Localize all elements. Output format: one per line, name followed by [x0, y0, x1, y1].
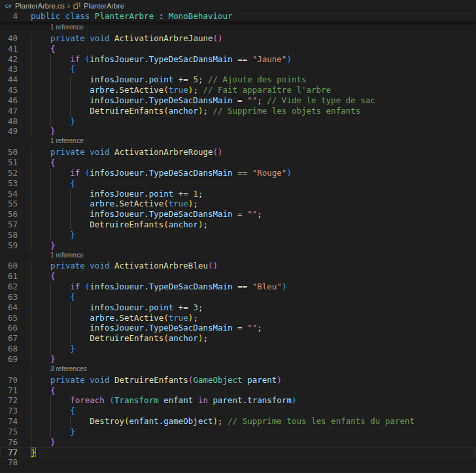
code-line[interactable]: arbre.SetActive(true);	[31, 199, 476, 209]
codelens-reference-link[interactable]: 1 reference	[31, 23, 476, 33]
code-line[interactable]: {	[31, 385, 476, 396]
code-line[interactable]: {	[31, 157, 476, 168]
line-number[interactable]: 77	[0, 448, 18, 458]
line-number[interactable]: 53	[0, 178, 18, 189]
code-line[interactable]: arbre.SetActive(true);	[31, 313, 476, 323]
indent-guide	[50, 220, 51, 230]
code-token: ;	[203, 106, 212, 116]
code-line[interactable]: if (infosJoueur.TypeDeSacDansMain == "Ja…	[31, 54, 476, 65]
code-token: private	[50, 33, 85, 43]
line-number[interactable]: 48	[0, 116, 18, 127]
code-line[interactable]: foreach (Transform enfant in parent.tran…	[31, 395, 476, 406]
line-number[interactable]: 60	[0, 261, 18, 271]
line-number[interactable]: 66	[0, 323, 18, 333]
code-line[interactable]: }	[31, 230, 476, 240]
breadcrumb-file[interactable]: C# PlanterArbre.cs	[4, 1, 65, 10]
line-number[interactable]: 65	[0, 313, 18, 323]
line-number[interactable]: 47	[0, 106, 18, 116]
codelens-row: 1 reference	[0, 251, 476, 261]
code-line[interactable]: }	[31, 240, 476, 251]
line-number[interactable]: 74	[0, 416, 18, 427]
code-line[interactable]: private void ActivationArbreRouge()	[31, 147, 476, 157]
code-line[interactable]: {	[31, 292, 476, 302]
line-number[interactable]: 45	[0, 85, 18, 95]
line-number[interactable]: 58	[0, 230, 18, 240]
line-number[interactable]: 72	[0, 395, 18, 406]
line-number[interactable]: 59	[0, 240, 18, 251]
code-line[interactable]: }	[31, 116, 476, 127]
code-line[interactable]: infosJoueur.TypeDeSacDansMain = ""; // V…	[31, 95, 476, 106]
code-line[interactable]: if (infosJoueur.TypeDeSacDansMain == "Ro…	[31, 168, 476, 178]
sticky-scroll-line[interactable]: 4 public class PlanterArbre : MonoBehavi…	[0, 11, 476, 22]
line-number[interactable]: 55	[0, 199, 18, 209]
line-number[interactable]: 71	[0, 385, 18, 396]
editor-lines: 1 reference40 private void ActivationArb…	[0, 23, 476, 468]
code-token: SetActive	[119, 313, 163, 323]
code-line[interactable]: }	[31, 427, 476, 437]
code-token: if	[70, 168, 80, 178]
code-line[interactable]: {	[31, 44, 476, 54]
line-number[interactable]: 76	[0, 437, 18, 448]
code-line[interactable]: Destroy(enfant.gameObject); // Supprime …	[31, 416, 476, 427]
line-number[interactable]: 78	[0, 457, 18, 468]
line-number[interactable]: 42	[0, 54, 18, 65]
line-number[interactable]: 70	[0, 375, 18, 385]
line-number[interactable]: 54	[0, 189, 18, 199]
breadcrumb-symbol[interactable]: PlanterArbre	[73, 1, 124, 10]
code-line[interactable]: }	[31, 437, 476, 448]
code-line[interactable]: {	[31, 406, 476, 416]
code-line[interactable]: infosJoueur.TypeDeSacDansMain = "";	[31, 323, 476, 333]
line-number[interactable]: 63	[0, 292, 18, 302]
code-line[interactable]: }	[31, 344, 476, 354]
code-line[interactable]: }	[31, 354, 476, 365]
line-number	[0, 137, 18, 147]
line-number[interactable]: 68	[0, 344, 18, 354]
code-line[interactable]: {	[31, 178, 476, 189]
line-number[interactable]: 49	[0, 126, 18, 137]
indent-guide	[50, 85, 51, 95]
line-number[interactable]: 46	[0, 95, 18, 106]
code-token: enfant	[163, 395, 193, 405]
line-number[interactable]: 62	[0, 282, 18, 292]
line-number[interactable]: 64	[0, 302, 18, 313]
code-line[interactable]: infosJoueur.point += 3;	[31, 302, 476, 313]
code-line[interactable]: {	[31, 271, 476, 282]
code-line[interactable]: DetruireEnfants(anchor);	[31, 333, 476, 344]
line-number[interactable]: 56	[0, 209, 18, 220]
code-line[interactable]: DetruireEnfants(anchor);	[31, 220, 476, 230]
code-line[interactable]	[31, 457, 476, 468]
code-line[interactable]: }	[31, 126, 476, 137]
code-line[interactable]: if (infosJoueur.TypeDeSacDansMain == "Bl…	[31, 282, 476, 292]
line-number[interactable]: 52	[0, 168, 18, 178]
code-token: }	[31, 448, 36, 457]
code-line[interactable]: arbre.SetActive(true); // Fait apparaîtr…	[31, 85, 476, 95]
line-number[interactable]: 51	[0, 157, 18, 168]
code-line[interactable]: private void ActivationArbreJaune()	[31, 33, 476, 44]
line-number[interactable]: 44	[0, 74, 18, 85]
code-line[interactable]: DetruireEnfants(anchor); // Supprime les…	[31, 106, 476, 116]
line-number[interactable]: 41	[0, 44, 18, 54]
codelens-reference-link[interactable]: 1 reference	[31, 137, 476, 147]
code-line[interactable]: infosJoueur.point += 1;	[31, 189, 476, 199]
line-number[interactable]: 40	[0, 33, 18, 44]
line-number[interactable]: 75	[0, 427, 18, 437]
code-line[interactable]: private void DetruireEnfants(GameObject …	[31, 375, 476, 385]
code-token: =	[233, 323, 248, 333]
line-number	[0, 23, 18, 33]
line-number[interactable]: 57	[0, 220, 18, 230]
code-line[interactable]: private void ActivationArbreBleu()	[31, 261, 476, 271]
line-number[interactable]: 69	[0, 354, 18, 365]
code-line[interactable]: {	[31, 64, 476, 74]
code-line[interactable]: infosJoueur.TypeDeSacDansMain = "";	[31, 209, 476, 220]
codelens-reference-link[interactable]: 1 reference	[31, 251, 476, 261]
line-number[interactable]: 73	[0, 406, 18, 416]
line-number[interactable]: 43	[0, 64, 18, 74]
codelens-reference-link[interactable]: 3 references	[31, 365, 476, 375]
sticky-code-line[interactable]: public class PlanterArbre : MonoBehaviou…	[31, 11, 476, 22]
line-number[interactable]: 50	[0, 147, 18, 157]
line-number[interactable]: 61	[0, 271, 18, 282]
indent-guide	[70, 106, 71, 116]
code-line[interactable]: infosJoueur.point += 5; // Ajoute des po…	[31, 74, 476, 85]
code-line[interactable]: }	[31, 448, 476, 458]
line-number[interactable]: 67	[0, 333, 18, 344]
